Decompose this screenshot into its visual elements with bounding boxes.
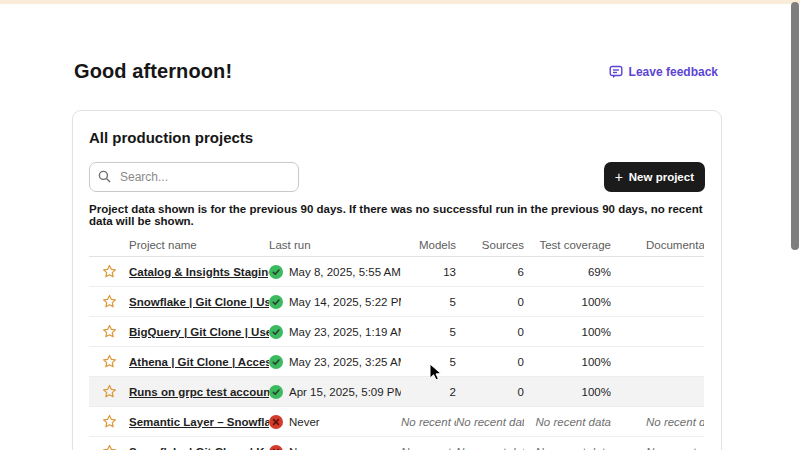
- project-link[interactable]: Semantic Layer – Snowflake: [129, 416, 269, 428]
- header-sources: Sources: [456, 239, 524, 251]
- doc-coverage-value: No recent data: [611, 446, 704, 450]
- models-value: 5: [401, 326, 456, 338]
- header-test-coverage: Test coverage: [524, 239, 611, 251]
- star-icon[interactable]: [102, 384, 117, 399]
- last-run-value: May 23, 2025, 1:19 AM BST: [289, 326, 401, 338]
- page-scrollbar[interactable]: [789, 0, 800, 450]
- header-last-run: Last run: [269, 239, 401, 251]
- run-success-icon: [269, 385, 283, 399]
- panel-controls: + New project: [89, 162, 705, 192]
- table-row[interactable]: Runs on grpc test account Apr 15, 2025, …: [89, 377, 704, 407]
- star-icon[interactable]: [102, 294, 117, 309]
- feedback-chat-icon: [609, 65, 623, 79]
- sources-value: 0: [456, 326, 524, 338]
- sources-value: No recent data: [456, 416, 524, 428]
- models-value: 5: [401, 356, 456, 368]
- header-models: Models: [401, 239, 456, 251]
- last-run-value: May 23, 2025, 3:25 AM BST: [289, 356, 401, 368]
- last-run-value: May 8, 2025, 5:55 AM BST: [289, 266, 401, 278]
- project-link[interactable]: BigQuery | Git Clone | User…: [129, 326, 269, 338]
- leave-feedback-link[interactable]: Leave feedback: [609, 65, 718, 79]
- page-title: Good afternoon!: [74, 60, 232, 83]
- models-value: No recent data: [401, 416, 456, 428]
- project-link[interactable]: Snowflake | Git Clone | Use…: [129, 296, 269, 308]
- table-row[interactable]: BigQuery | Git Clone | User… May 23, 202…: [89, 317, 704, 347]
- table-row[interactable]: Athena | Git Clone | Acces… May 23, 2025…: [89, 347, 704, 377]
- run-success-icon: [269, 265, 283, 279]
- table-row[interactable]: Catalog & Insights Staging… May 8, 2025,…: [89, 257, 704, 287]
- new-project-button[interactable]: + New project: [604, 162, 705, 192]
- sources-value: No recent data: [456, 446, 524, 450]
- last-run-value: Never: [289, 416, 320, 428]
- table-row[interactable]: Snowflake | Git Clone | Use… May 14, 202…: [89, 287, 704, 317]
- run-success-icon: [269, 295, 283, 309]
- sources-value: 0: [456, 296, 524, 308]
- page-header: Good afternoon! Leave feedback: [74, 60, 718, 83]
- project-link[interactable]: Snowflake | Git Clone | Key…: [129, 446, 269, 450]
- search-icon: [98, 170, 111, 183]
- last-run-value: May 14, 2025, 5:22 PM BST: [289, 296, 401, 308]
- table-header-row: Project name Last run Models Sources Tes…: [89, 233, 704, 257]
- test-coverage-value: 100%: [524, 326, 611, 338]
- search-box: [89, 162, 299, 192]
- run-success-icon: [269, 325, 283, 339]
- test-coverage-value: 69%: [524, 266, 611, 278]
- table-row[interactable]: Snowflake | Git Clone | Key… Never No re…: [89, 437, 704, 450]
- projects-panel: All production projects + New project Pr…: [72, 110, 722, 450]
- test-coverage-value: No recent data: [524, 446, 611, 450]
- star-icon[interactable]: [102, 324, 117, 339]
- header-documentation-coverage: Documentation coverage: [611, 239, 704, 251]
- sources-value: 6: [456, 266, 524, 278]
- star-icon[interactable]: [102, 414, 117, 429]
- run-never-icon: [269, 445, 283, 450]
- models-value: 13: [401, 266, 456, 278]
- leave-feedback-label: Leave feedback: [629, 65, 718, 79]
- last-run-value: Apr 15, 2025, 5:09 PM BST: [289, 386, 401, 398]
- panel-title: All production projects: [89, 129, 705, 146]
- models-value: 2: [401, 386, 456, 398]
- header-project-name: Project name: [129, 239, 269, 251]
- scrollbar-thumb[interactable]: [791, 2, 799, 250]
- new-project-label: New project: [629, 171, 694, 183]
- test-coverage-value: 100%: [524, 296, 611, 308]
- test-coverage-value: 100%: [524, 356, 611, 368]
- data-range-notice: Project data shown is for the previous 9…: [89, 203, 705, 227]
- star-icon[interactable]: [102, 264, 117, 279]
- projects-table: Project name Last run Models Sources Tes…: [89, 233, 704, 450]
- run-success-icon: [269, 355, 283, 369]
- models-value: No recent data: [401, 446, 456, 450]
- search-input[interactable]: [89, 162, 299, 192]
- sources-value: 0: [456, 386, 524, 398]
- plus-icon: +: [615, 170, 623, 184]
- project-link[interactable]: Athena | Git Clone | Acces…: [129, 356, 269, 368]
- table-row[interactable]: Semantic Layer – Snowflake Never No rece…: [89, 407, 704, 437]
- star-icon[interactable]: [102, 444, 117, 450]
- project-link[interactable]: Runs on grpc test account: [129, 386, 269, 398]
- test-coverage-value: 100%: [524, 386, 611, 398]
- top-accent-strip: [0, 0, 800, 4]
- sources-value: 0: [456, 356, 524, 368]
- test-coverage-value: No recent data: [524, 416, 611, 428]
- doc-coverage-value: No recent data: [611, 416, 704, 428]
- project-link[interactable]: Catalog & Insights Staging…: [129, 266, 269, 278]
- run-never-icon: [269, 415, 283, 429]
- last-run-value: Never: [289, 446, 320, 450]
- star-icon[interactable]: [102, 354, 117, 369]
- models-value: 5: [401, 296, 456, 308]
